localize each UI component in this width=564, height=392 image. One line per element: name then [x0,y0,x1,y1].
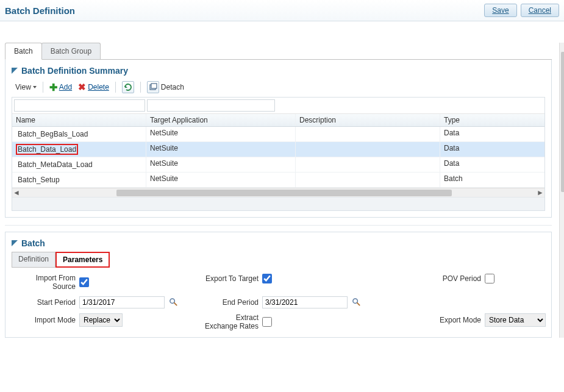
page-title: Batch Definition [5,5,75,16]
vertical-scrollbar[interactable] [559,43,564,338]
plus-icon: ✚ [49,82,57,93]
filter-row [12,98,544,114]
svg-line-5 [357,303,360,306]
col-app-header[interactable]: Target Application [146,114,296,126]
batch-inner-tabs: Definition Parameters [12,252,545,268]
import-mode-select[interactable]: Replace [79,313,123,327]
export-to-target-checkbox[interactable] [262,274,272,283]
collapse-toggle-icon[interactable] [12,240,18,246]
table-row[interactable]: Batch_MetaData_LoadNetSuiteData [12,157,544,173]
filter-name-input[interactable] [14,99,145,112]
cell-app: NetSuite [146,157,296,172]
field-export-to-target: Export To Target [195,274,384,283]
table-row[interactable]: Batch_Data_LoadNetSuiteData [12,142,544,157]
svg-rect-1 [151,84,157,88]
collapse-toggle-icon[interactable] [12,68,18,74]
detach-icon [147,81,159,93]
col-name-header[interactable]: Name [12,114,146,126]
x-icon: ✖ [78,82,86,93]
table-header: Name Target Application Description Type [12,114,544,127]
cancel-button[interactable]: Cancel [521,4,559,17]
cell-desc [296,142,440,157]
cell-app: NetSuite [146,173,296,187]
refresh-button[interactable] [122,81,134,93]
separator [43,82,43,93]
tab-definition[interactable]: Definition [12,252,55,268]
cell-name: Batch_Data_Load [12,142,146,157]
start-period-input[interactable] [79,296,165,308]
svg-point-2 [170,299,174,304]
cell-type: Data [440,157,543,172]
scroll-right-icon[interactable]: ► [536,188,544,197]
filter-app-input[interactable] [147,99,275,112]
field-extract-exchange: ExtractExchange Rates [195,313,384,331]
field-pov-period: POV Period [390,274,560,283]
delete-button[interactable]: ✖ Delete [78,82,109,93]
cell-app: NetSuite [146,127,296,141]
main-tabs: Batch Batch Group [5,43,552,60]
table-body: Batch_BegBals_LoadNetSuiteDataBatch_Data… [12,127,544,188]
col-type-header[interactable]: Type [440,114,543,126]
vertical-scrollbar-thumb[interactable] [561,52,564,192]
horizontal-scrollbar-thumb[interactable] [116,190,452,196]
tab-batch-group[interactable]: Batch Group [41,43,101,59]
cell-name: Batch_MetaData_Load [12,157,146,172]
export-mode-select[interactable]: Store Data [485,313,546,327]
pov-period-checkbox[interactable] [485,274,494,283]
field-start-period: Start Period [12,296,188,308]
import-from-source-label: Import FromSource [12,274,76,291]
cell-type: Data [440,127,543,141]
cell-name: Batch_BegBals_Load [12,127,146,141]
svg-point-4 [352,299,357,304]
export-mode-label: Export Mode [390,316,481,324]
cell-desc [296,157,440,172]
tab-batch[interactable]: Batch [5,43,42,60]
end-period-input[interactable] [262,296,348,308]
detach-button[interactable]: Detach [147,81,184,93]
divider [5,225,552,226]
import-mode-label: Import Mode [12,316,76,324]
cell-desc [296,173,440,187]
import-from-source-checkbox[interactable] [79,277,89,287]
field-end-period: End Period [195,296,384,308]
view-menu[interactable]: View [15,83,37,91]
summary-toolbar: View ✚ Add ✖ Delete Detach [12,79,545,97]
cell-name: Batch_Setup [12,173,146,187]
separator [140,82,141,93]
field-import-from-source: Import FromSource [12,274,188,291]
page-header: Batch Definition Save Cancel [0,0,564,21]
summary-table: Name Target Application Description Type… [12,97,545,211]
start-period-label: Start Period [12,298,76,307]
horizontal-scrollbar[interactable]: ◄ ► [12,188,544,197]
cell-type: Batch [440,173,543,187]
cell-type: Data [440,142,543,157]
summary-panel-title: Batch Definition Summary [21,66,128,76]
parameters-form: Import FromSource Export To Target POV P… [12,274,545,331]
col-desc-header[interactable]: Description [296,114,440,126]
svg-line-3 [174,303,177,306]
extract-exchange-label: ExtractExchange Rates [195,313,259,331]
header-buttons: Save Cancel [484,4,559,17]
save-button[interactable]: Save [484,4,516,17]
export-to-target-label: Export To Target [195,274,259,283]
add-button[interactable]: ✚ Add [49,82,72,93]
scroll-left-icon[interactable]: ◄ [12,188,21,197]
end-period-label: End Period [195,298,259,307]
table-row[interactable]: Batch_SetupNetSuiteBatch [12,173,544,188]
cell-desc [296,127,440,141]
separator [115,82,116,93]
table-footer [12,197,544,210]
tab-parameters[interactable]: Parameters [55,252,110,268]
pov-period-label: POV Period [390,274,481,283]
batch-panel: Batch Definition Parameters Import FromS… [5,232,552,338]
field-import-mode: Import Mode Replace [12,313,188,327]
batch-panel-title: Batch [21,238,45,248]
extract-exchange-checkbox[interactable] [262,317,272,327]
table-row[interactable]: Batch_BegBals_LoadNetSuiteData [12,127,544,142]
end-period-search-icon[interactable] [351,298,361,307]
field-export-mode: Export Mode Store Data [390,313,560,327]
cell-app: NetSuite [146,142,296,157]
summary-panel: Batch Definition Summary View ✚ Add ✖ De… [5,60,552,218]
start-period-search-icon[interactable] [168,298,178,307]
